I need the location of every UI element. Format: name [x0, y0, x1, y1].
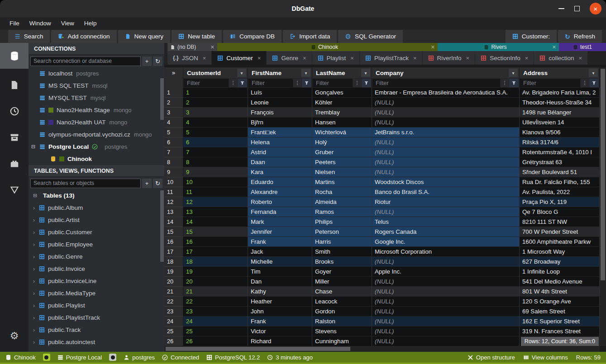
cell[interactable]: 1600 Amphitheatre Parkw	[520, 237, 600, 247]
chevron-down-icon[interactable]: ▾	[509, 69, 518, 77]
cell[interactable]: 10	[183, 177, 248, 187]
tabgroup-rivers[interactable]: Rivers✕	[438, 43, 559, 51]
filter-input-lastname[interactable]	[313, 79, 353, 87]
menu-file[interactable]: File	[5, 17, 24, 30]
cell[interactable]: (NULL)	[372, 317, 520, 326]
cell[interactable]: 120 S Orange Ave	[520, 297, 600, 307]
cell[interactable]: (NULL)	[372, 167, 520, 177]
tables-search-input[interactable]	[30, 179, 141, 188]
cell[interactable]: 801 W 4th Street	[520, 287, 600, 297]
vertical-scrollbar-thumb[interactable]	[601, 69, 605, 280]
cell[interactable]: Kathy	[248, 287, 312, 297]
close-tabgroup-icon[interactable]: ✕	[210, 44, 215, 50]
cell[interactable]: Embraer - Empresa Brasileira de Aeronáut…	[372, 88, 520, 98]
cell[interactable]: (NULL)	[372, 277, 520, 287]
cell[interactable]: Hansen	[312, 118, 372, 128]
cell[interactable]: Smith	[312, 247, 372, 257]
cell[interactable]: 15	[183, 227, 248, 237]
tab-sectioninfo[interactable]: SectionInfo×	[475, 51, 534, 65]
tab-riverinfo[interactable]: RiverInfo×	[423, 51, 475, 65]
refresh-connections-button[interactable]: ↻	[153, 57, 162, 66]
cell[interactable]: (NULL)	[372, 257, 520, 267]
column-header-address[interactable]: Address▾	[520, 67, 600, 78]
add-table-small-button[interactable]: +	[142, 179, 152, 188]
toolbar-sql-generator-button[interactable]: ⚙SQL Generator	[338, 30, 403, 43]
toolbar-search-button[interactable]: ☰Search	[8, 30, 50, 43]
row-number[interactable]: 17	[164, 247, 183, 257]
cell[interactable]: Gruber	[312, 147, 372, 157]
cell[interactable]: (NULL)	[372, 118, 520, 128]
funnel-icon[interactable]	[362, 79, 371, 87]
row-number[interactable]: 13	[164, 207, 183, 217]
tab-collection[interactable]: collection×	[534, 51, 587, 65]
cell[interactable]: 16	[183, 237, 248, 247]
cell[interactable]: Michelle	[248, 257, 312, 267]
cell[interactable]: Frank	[248, 317, 312, 326]
cell[interactable]: (NULL)	[372, 157, 520, 167]
cell[interactable]: Frank	[248, 237, 312, 247]
cell[interactable]: (NULL)	[372, 98, 520, 108]
connection-postgre-local[interactable]: ⊟Postgre Localpostgres	[29, 141, 164, 153]
cell[interactable]: 13	[183, 207, 248, 217]
row-number[interactable]: 11	[164, 187, 183, 197]
tables-group[interactable]: ⊟ Tables (13)	[29, 189, 164, 202]
cell[interactable]: Riotur	[372, 197, 520, 207]
cell[interactable]: John	[248, 307, 312, 317]
row-number[interactable]: 19	[164, 267, 183, 277]
status-postgres[interactable]: postgres	[124, 354, 155, 361]
connection-localhost[interactable]: localhostpostgres	[29, 67, 164, 80]
cell[interactable]: 1 Microsoft Way	[520, 247, 600, 257]
chevron-right-icon[interactable]: ›	[33, 303, 35, 309]
filter-menu-icon[interactable]: ⋮	[293, 79, 301, 87]
chevron-right-icon[interactable]: ›	[33, 241, 35, 248]
row-number[interactable]: 2	[164, 98, 183, 108]
cell[interactable]: Stevens	[312, 326, 372, 336]
cell[interactable]: Tim	[248, 267, 312, 277]
cell[interactable]: Cunningham	[312, 336, 372, 346]
column-header-customerid[interactable]: CustomerId▾	[183, 67, 248, 78]
funnel-icon[interactable]	[238, 79, 247, 87]
close-tab-icon[interactable]: ×	[203, 55, 206, 61]
row-number[interactable]: 3	[164, 108, 183, 118]
close-tabgroup-icon[interactable]: ✕	[552, 44, 556, 50]
cell[interactable]: 24	[183, 317, 248, 326]
close-tab-icon[interactable]: ×	[413, 55, 417, 61]
cell[interactable]: François	[248, 108, 312, 118]
close-icon[interactable]: ×	[590, 3, 601, 14]
funnel-icon[interactable]	[509, 79, 519, 87]
row-number[interactable]: 9	[164, 167, 183, 177]
cell[interactable]: 69 Salem Street	[520, 307, 600, 317]
table-public-playlist[interactable]: ›public.Playlist	[29, 299, 164, 312]
cell[interactable]: 541 Del Medio Avenue	[520, 277, 600, 287]
cell[interactable]: Rotenturmstraße 4, 1010 I	[520, 147, 600, 157]
cell[interactable]: Banco do Brasil S.A.	[372, 187, 520, 197]
tab-playlist[interactable]: Playlist×	[312, 51, 359, 65]
cell[interactable]: Tremblay	[312, 108, 372, 118]
connection-ms-sql-test[interactable]: MS SQL TESTmssql	[29, 80, 164, 92]
chevron-down-icon[interactable]: ▾	[301, 69, 310, 77]
add-connection-small-button[interactable]: +	[142, 57, 152, 66]
chevron-down-icon[interactable]: ▾	[237, 69, 246, 77]
cell[interactable]: Philips	[312, 217, 372, 227]
cell[interactable]: Peeters	[312, 157, 372, 167]
row-number[interactable]: 16	[164, 237, 183, 247]
cell[interactable]: Peterson	[312, 227, 372, 237]
row-number[interactable]: 14	[164, 217, 183, 227]
menu-help[interactable]: Help	[79, 17, 102, 30]
cell[interactable]: Astrid	[248, 147, 312, 157]
rail-archive-button[interactable]	[0, 128, 29, 147]
cell[interactable]: 1498 rue Bélanger	[520, 108, 600, 118]
cell[interactable]: (NULL)	[372, 108, 520, 118]
filter-input-company[interactable]	[372, 79, 500, 87]
cell[interactable]: 8210 111 ST NW	[520, 217, 600, 227]
status-3-minutes-ago[interactable]: 3 minutes ago	[267, 354, 313, 361]
tabgroup-chinook[interactable]: Chinook✕	[217, 43, 438, 51]
row-number[interactable]: 12	[164, 197, 183, 207]
cell[interactable]: 2	[183, 98, 248, 108]
cell[interactable]: Harris	[312, 237, 372, 247]
connection-olympus-medportal-vychozi-cz[interactable]: olympus-medportal.vychozi.czmongo	[29, 128, 164, 141]
status-postgresql-12-2[interactable]: PostgreSQL 12.2	[206, 354, 260, 361]
cell[interactable]: Richard	[248, 336, 312, 346]
row-number[interactable]: 20	[164, 277, 183, 287]
cell[interactable]: Brooks	[312, 257, 372, 267]
